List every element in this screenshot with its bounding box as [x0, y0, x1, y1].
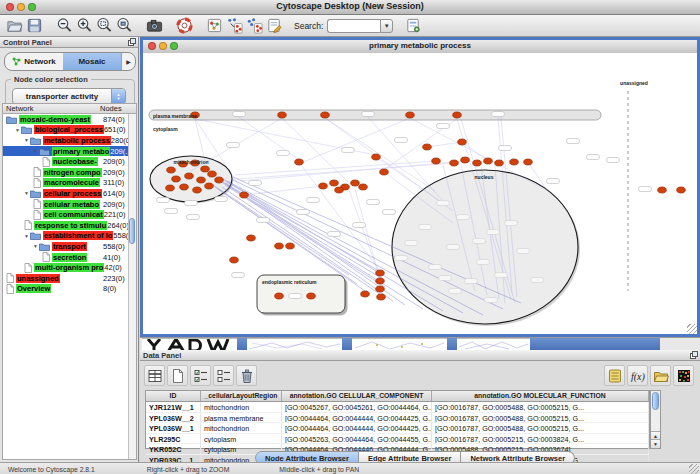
table-cell[interactable]: mitochondrion — [201, 402, 282, 412]
network-node[interactable] — [295, 159, 304, 165]
disclosure-triangle-icon[interactable]: ▼ — [24, 137, 29, 143]
table-column-header[interactable]: ID — [146, 391, 201, 401]
network-node[interactable] — [193, 187, 202, 193]
help-icon[interactable] — [174, 16, 194, 36]
window-titlebar[interactable]: Cytoscape Desktop (New Session) — [0, 0, 700, 15]
network-node[interactable] — [461, 157, 470, 163]
tree-row[interactable]: ▼transport558(0) — [3, 241, 136, 252]
table-cell[interactable]: [GO:0016787, GO:0005488, GO:0005215, G..… — [432, 413, 649, 423]
network-node[interactable] — [240, 192, 249, 198]
network-node[interactable] — [495, 160, 504, 166]
save-icon[interactable] — [24, 16, 44, 36]
network-node[interactable] — [208, 171, 217, 177]
network-window-titlebar[interactable]: primary metabolic process — [143, 40, 697, 54]
tree-row[interactable]: macromolecule311(0) — [3, 178, 136, 189]
network-node[interactable] — [286, 243, 295, 249]
delete-attribute-icon[interactable] — [236, 365, 257, 386]
table-column-header[interactable]: _cellularLayoutRegion — [201, 391, 282, 401]
network-node[interactable] — [432, 158, 441, 164]
table-row[interactable]: YPL036W__1mitochondrion[GO:0044464, GO:0… — [146, 423, 649, 434]
table-cell[interactable]: plasma membrane — [201, 413, 282, 423]
tree-row[interactable]: multi-organism pro42(0) — [3, 262, 136, 273]
network-node[interactable] — [677, 187, 686, 193]
network-node[interactable] — [335, 187, 344, 193]
network-node[interactable] — [319, 183, 328, 189]
table-cell[interactable]: YPL036W__1 — [146, 423, 201, 433]
layout-b-icon[interactable] — [244, 16, 264, 36]
tree-row[interactable]: Overview8(0) — [3, 284, 136, 295]
network-node[interactable] — [510, 159, 519, 165]
tab-network[interactable]: Network — [5, 53, 63, 70]
network-node[interactable] — [201, 166, 210, 172]
layout-a-icon[interactable] — [224, 16, 244, 36]
tree-column-nodes[interactable]: Nodes — [100, 104, 133, 113]
zoom-in-icon[interactable] — [74, 16, 94, 36]
disclosure-triangle-icon[interactable]: ▼ — [33, 148, 38, 154]
table-cell[interactable]: cytoplasm — [201, 434, 282, 444]
tree-scrollbar-thumb[interactable] — [129, 218, 135, 244]
disclosure-triangle-icon[interactable]: ▼ — [24, 233, 29, 239]
network-node[interactable] — [197, 177, 206, 183]
table-row[interactable]: YLR295Ccytoplasm[GO:0045263, GO:0044464,… — [146, 434, 649, 445]
network-node[interactable] — [376, 286, 385, 292]
tree-row[interactable]: response to stimulu264(0) — [3, 220, 136, 231]
select-attributes-icon[interactable] — [190, 365, 211, 386]
network-node[interactable] — [215, 177, 224, 183]
float-panel-icon[interactable] — [128, 38, 136, 46]
network-node[interactable] — [167, 167, 176, 173]
network-node[interactable] — [180, 184, 189, 190]
tab-mosaic[interactable]: Mosaic — [63, 53, 121, 70]
zoom-fit-icon[interactable] — [94, 16, 114, 36]
search-input[interactable] — [327, 19, 380, 33]
tree-row[interactable]: ▼biological_process651(0) — [3, 125, 136, 136]
zoom-selected-icon[interactable] — [114, 16, 134, 36]
network-node[interactable] — [185, 173, 194, 179]
heatmap-icon[interactable] — [673, 365, 694, 386]
tree-row[interactable]: ▼cellular process614(0) — [3, 188, 136, 199]
network-node[interactable] — [230, 257, 239, 263]
disclosure-triangle-icon[interactable]: ▼ — [33, 243, 38, 249]
tree-row[interactable]: unassigned223(0) — [3, 273, 136, 284]
network-node[interactable] — [406, 112, 415, 118]
table-cell[interactable]: [GO:0016787, GO:0005488, GO:0005215, G..… — [432, 423, 649, 433]
attribute-table-icon[interactable] — [144, 365, 165, 386]
open-icon[interactable] — [4, 16, 24, 36]
network-overview-icon[interactable] — [204, 16, 224, 36]
tree-row[interactable]: ▼primary metabo209(... — [3, 146, 136, 157]
network-node[interactable] — [359, 184, 368, 190]
table-cell[interactable]: [GO:0016787, GO:0005488, GO:0005215, G..… — [432, 402, 649, 412]
search-dropdown-arrow[interactable]: ▼ — [380, 19, 393, 33]
arrow-right-icon[interactable]: ▶ — [121, 53, 135, 70]
network-node[interactable] — [321, 112, 330, 118]
float-panel-icon[interactable] — [690, 351, 698, 359]
tree-row[interactable]: secretion41(0) — [3, 252, 136, 263]
network-node[interactable] — [380, 169, 389, 175]
network-node[interactable] — [351, 180, 360, 186]
app-resize-grip[interactable] — [689, 464, 699, 474]
import-attributes-icon[interactable] — [650, 365, 671, 386]
tree-row[interactable]: mosaic-demo-yeast874(0) — [3, 114, 136, 125]
table-row[interactable]: YJR121W__1mitochondrion[GO:0045267, GO:0… — [146, 402, 649, 413]
network-node[interactable] — [524, 159, 533, 165]
network-node[interactable] — [658, 187, 667, 193]
network-node[interactable] — [453, 112, 462, 118]
network-node[interactable] — [450, 160, 459, 166]
table-column-header[interactable]: annotation.GO MOLECULAR_FUNCTION — [432, 391, 649, 401]
table-row[interactable]: YPL036W__2plasma membrane[GO:0044464, GO… — [146, 413, 649, 424]
network-node[interactable] — [172, 176, 181, 182]
tree-column-network[interactable]: Network — [6, 104, 100, 113]
tree-row[interactable]: nucleobase-209(0) — [3, 156, 136, 167]
network-node[interactable] — [484, 158, 493, 164]
window-resize-grip[interactable] — [687, 324, 697, 334]
table-cell[interactable]: YJR121W__1 — [146, 402, 201, 412]
attribute-matrix-icon[interactable] — [604, 365, 625, 386]
annotation-icon[interactable] — [264, 16, 284, 36]
network-node[interactable] — [376, 270, 385, 276]
formula-builder-icon[interactable]: f(x) — [627, 365, 648, 386]
tree-row[interactable]: cell communicat221(0) — [3, 209, 136, 220]
snapshot-icon[interactable] — [144, 16, 164, 36]
table-scrollbar[interactable]: ▲ ▼ — [650, 390, 661, 449]
network-canvas[interactable]: plasma membrane cytoplasm mitochondrion … — [143, 53, 697, 334]
tree-row[interactable]: ▼metabolic process280(0) — [3, 135, 136, 146]
network-node[interactable] — [330, 180, 339, 186]
